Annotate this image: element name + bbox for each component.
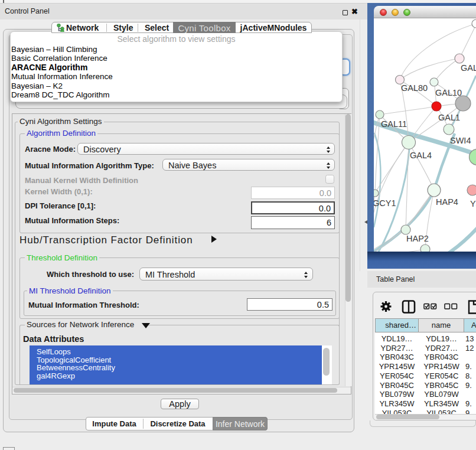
svg-text:GAL4: GAL4 <box>410 151 432 160</box>
svg-text:YJ: YJ <box>470 199 476 208</box>
svg-text:GAL1: GAL1 <box>438 113 460 122</box>
svg-text:GAL7: GAL7 <box>461 63 476 73</box>
svg-text:GAL11: GAL11 <box>381 119 407 129</box>
svg-text:HAP4: HAP4 <box>436 197 458 207</box>
svg-text:SWI4: SWI4 <box>450 136 471 145</box>
svg-text:GAL80: GAL80 <box>401 83 428 93</box>
svg-text:GAL10: GAL10 <box>435 88 462 97</box>
svg-text:GCY1: GCY1 <box>374 198 396 208</box>
svg-text:HAP2: HAP2 <box>406 234 429 243</box>
